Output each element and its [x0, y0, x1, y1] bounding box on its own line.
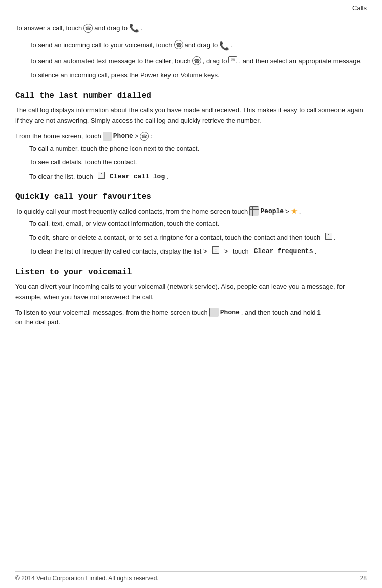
- section2-people-label: People: [260, 207, 284, 215]
- section3-text-end: on the dial pad.: [15, 318, 60, 326]
- section1-from-row: From the home screen, touch Phone > :: [15, 132, 367, 141]
- header-title: Calls: [352, 4, 367, 12]
- phone-red-icon: 📞: [219, 40, 229, 52]
- bullet2-text1: To send an automated text message to the…: [29, 56, 191, 66]
- menu-icon-2: [325, 233, 332, 240]
- page-footer: © 2014 Vertu Corporation Limited. All ri…: [15, 571, 367, 582]
- bullet-text-message: To send an automated text message to the…: [29, 56, 367, 66]
- section3-phone-label: Phone: [220, 309, 240, 316]
- bullet3-text: To silence an incoming call, press the P…: [29, 70, 220, 80]
- content-area: To answer a call, touch and drag to 📞 . …: [0, 14, 382, 349]
- intro-text-before: To answer a call, touch: [15, 24, 82, 32]
- bullet-silence: To silence an incoming call, press the P…: [29, 70, 367, 80]
- s1-bullet-details: To see call details, touch the contact.: [29, 157, 367, 167]
- s1-clear-text-before: To clear the list, touch: [29, 172, 93, 182]
- bullet-voicemail: To send an incoming call to your voicema…: [29, 40, 367, 52]
- intro-text-after: and drag to: [94, 24, 128, 32]
- s2-clear-label: Clear frequents: [253, 246, 313, 257]
- section3-desc1: You can divert your incoming calls to yo…: [15, 282, 367, 303]
- section3-text-after: , and then touch and hold: [241, 309, 316, 316]
- star-icon: ★: [291, 206, 298, 216]
- s1-bullet-call: To call a number, touch the phone icon n…: [29, 144, 367, 154]
- s1-clear-period: .: [166, 172, 168, 182]
- section1-colon: :: [150, 132, 152, 140]
- phone-circle-icon-4: [140, 132, 149, 141]
- bullet2-text2: , drag to: [203, 56, 227, 66]
- intro-line: To answer a call, touch and drag to 📞 .: [15, 23, 367, 33]
- intro-bullets: To send an incoming call to your voicema…: [29, 40, 367, 80]
- s1-clear-label: Clear call log: [110, 172, 165, 182]
- bullet2-text3: , and then select an appropriate message…: [239, 56, 362, 66]
- s2-bullet-call: To call, text, email, or view contact in…: [29, 219, 367, 229]
- menu-icon-1: [98, 172, 105, 179]
- intro-period: .: [141, 24, 143, 32]
- grid-icon-1: [103, 132, 112, 141]
- section1-bullets: To call a number, touch the phone icon n…: [29, 144, 367, 182]
- section2-period: .: [299, 207, 301, 215]
- page-header: Calls: [0, 0, 382, 14]
- menu-icon-3: [212, 246, 219, 254]
- section2-desc-row: To quickly call your most frequently cal…: [15, 206, 367, 216]
- section3-bold1: 1: [317, 309, 321, 316]
- section1-gt: >: [135, 132, 139, 140]
- grid-icon-2: [249, 206, 259, 216]
- section1-phone-label: Phone: [113, 132, 133, 140]
- message-icon: [228, 56, 237, 63]
- phone-green-icon: 📞: [129, 23, 139, 33]
- s2-bullet-clear: To clear the list of frequently called c…: [29, 246, 367, 257]
- section3-title: Listen to your voicemail: [15, 268, 367, 277]
- section1-from-text: From the home screen, touch: [15, 132, 101, 140]
- section1-title: Call the last number dialled: [15, 91, 367, 100]
- section3-listen-row: To listen to your voicemail messages, fr…: [15, 308, 367, 326]
- s1-bullet-clear: To clear the list, touch Clear call log …: [29, 172, 367, 182]
- phone-circle-icon-2: [174, 40, 183, 49]
- bullet1-text2: and drag to: [185, 40, 218, 50]
- footer-page: 28: [360, 575, 367, 582]
- s2-bullet-edit: To edit, share or delete a contact, or t…: [29, 233, 367, 243]
- grid-icon-3: [209, 308, 219, 317]
- section1-desc1: The call log displays information about …: [15, 105, 367, 127]
- section2-bullets: To call, text, email, or view contact in…: [29, 219, 367, 257]
- phone-circle-icon-3: [192, 56, 201, 65]
- phone-circle-icon: [83, 24, 93, 33]
- section3-text-before: To listen to your voicemail messages, fr…: [15, 309, 208, 316]
- section2-title: Quickly call your favourites: [15, 192, 367, 201]
- section2-gt: >: [285, 207, 289, 215]
- bullet1-period: .: [231, 40, 233, 50]
- bullet1-text1: To send an incoming call to your voicema…: [29, 40, 173, 50]
- footer-copyright: © 2014 Vertu Corporation Limited. All ri…: [15, 575, 159, 582]
- section2-desc: To quickly call your most frequently cal…: [15, 207, 248, 215]
